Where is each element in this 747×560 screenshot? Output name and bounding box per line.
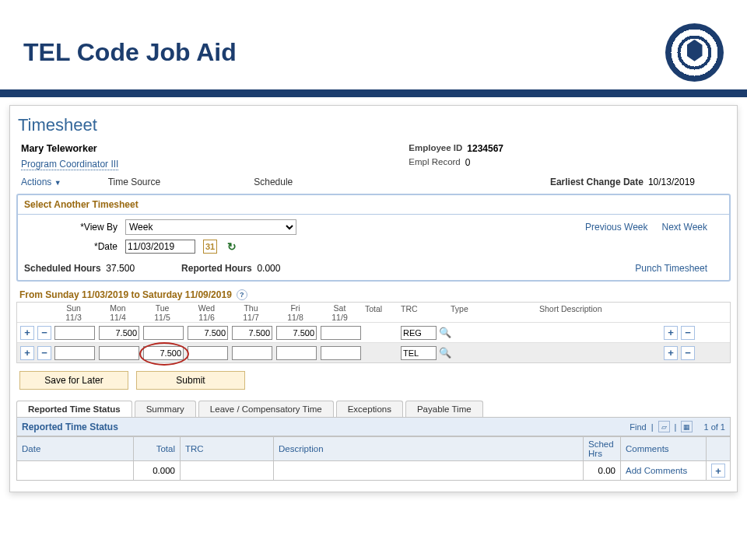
hours-input[interactable] bbox=[99, 326, 139, 340]
tab-reported-time-status[interactable]: Reported Time Status bbox=[16, 401, 132, 417]
employee-id-value: 1234567 bbox=[467, 143, 503, 154]
remove-row-button[interactable]: − bbox=[681, 326, 695, 340]
lookup-icon[interactable]: 🔍 bbox=[439, 327, 451, 338]
scheduled-hours-value: 37.500 bbox=[106, 263, 135, 274]
col-total: Total bbox=[362, 304, 398, 322]
job-title-link[interactable]: Program Coordinator III bbox=[21, 159, 118, 170]
lookup-icon[interactable]: 🔍 bbox=[439, 347, 451, 359]
tab-summary[interactable]: Summary bbox=[135, 401, 196, 417]
reported-hours-label: Reported Hours bbox=[181, 263, 252, 274]
hours-input[interactable] bbox=[321, 346, 361, 360]
slide-title: TEL Code Job Aid bbox=[23, 38, 237, 67]
day-col-sun: Sun bbox=[51, 304, 96, 313]
hours-input[interactable] bbox=[99, 346, 139, 360]
date-range-label: From Sunday 11/03/2019 to Saturday 11/09… bbox=[19, 289, 232, 300]
punch-timesheet-link[interactable]: Punch Timesheet bbox=[635, 263, 723, 274]
help-icon[interactable]: ? bbox=[237, 289, 247, 300]
add-row-button[interactable]: + bbox=[664, 346, 678, 360]
rts-col-sched: Sched Hrs bbox=[584, 437, 621, 461]
remove-row-button[interactable]: − bbox=[37, 326, 51, 340]
page-title: Timesheet bbox=[16, 112, 731, 143]
remove-row-button[interactable]: − bbox=[681, 346, 695, 360]
rts-row: 0.000 0.00 Add Comments + bbox=[17, 461, 731, 481]
find-link[interactable]: Find bbox=[630, 422, 646, 432]
remove-row-button[interactable]: − bbox=[37, 346, 51, 360]
hours-input[interactable] bbox=[54, 326, 95, 340]
day-col-fri: Fri bbox=[273, 304, 317, 313]
trc-input[interactable] bbox=[401, 346, 437, 360]
select-another-title: Select Another Timesheet bbox=[18, 195, 729, 215]
viewby-select[interactable]: Week bbox=[125, 219, 296, 235]
hours-input[interactable] bbox=[188, 346, 228, 360]
add-comments-link[interactable]: Add Comments bbox=[626, 466, 687, 475]
row-count: 1 of 1 bbox=[697, 422, 725, 432]
day-col-wed: Wed bbox=[184, 304, 229, 313]
employee-name: Mary Teleworker bbox=[21, 143, 409, 159]
date-input[interactable] bbox=[125, 240, 195, 254]
rts-col-date: Date bbox=[17, 437, 134, 461]
day-col-thu: Thu bbox=[229, 304, 273, 313]
time-source-label: Time Source bbox=[108, 177, 161, 187]
reported-time-status-header: Reported Time Status Find | ▱ | ▦ 1 of 1 bbox=[16, 417, 731, 436]
col-desc: Short Description bbox=[536, 304, 661, 322]
save-for-later-button[interactable]: Save for Later bbox=[19, 371, 128, 390]
select-another-timesheet-box: Select Another Timesheet *View By Week P… bbox=[16, 194, 731, 282]
hours-input[interactable] bbox=[232, 346, 272, 360]
rts-col-total: Total bbox=[134, 437, 181, 461]
slide-divider bbox=[0, 89, 747, 97]
grid-view-icon[interactable]: ▦ bbox=[681, 421, 693, 432]
chevron-down-icon: ▼ bbox=[54, 179, 61, 187]
reported-hours-value: 0.000 bbox=[257, 263, 280, 274]
refresh-icon[interactable]: ↻ bbox=[225, 240, 239, 254]
earliest-change-value: 10/13/2019 bbox=[648, 177, 695, 187]
add-row-button[interactable]: + bbox=[664, 326, 678, 340]
rts-col-comments: Comments bbox=[621, 437, 707, 461]
add-row-button[interactable]: + bbox=[20, 346, 34, 360]
reported-time-status-title: Reported Time Status bbox=[22, 422, 118, 432]
col-trc: TRC bbox=[398, 304, 447, 322]
hours-input[interactable] bbox=[143, 346, 184, 360]
add-row-button[interactable]: + bbox=[711, 464, 725, 478]
timesheet-grid: Sun11/3 Mon11/4 Tue11/5 Wed11/6 Thu11/7 … bbox=[16, 302, 731, 363]
date-label: *Date bbox=[24, 241, 117, 252]
hours-input[interactable] bbox=[54, 346, 95, 360]
empl-record-label: Empl Record bbox=[409, 157, 460, 168]
grid-row: + − 🔍 + − bbox=[17, 322, 730, 342]
hours-input[interactable] bbox=[188, 326, 228, 340]
grid-row: + − 🔍 + − bbox=[17, 342, 730, 362]
highlight-circle-icon bbox=[143, 345, 184, 359]
earliest-change-label: Earliest Change Date bbox=[550, 177, 644, 187]
scheduled-hours-label: Scheduled Hours bbox=[24, 263, 101, 274]
tab-exceptions[interactable]: Exceptions bbox=[336, 401, 403, 417]
state-seal-icon bbox=[665, 23, 724, 82]
calendar-icon[interactable]: 31 bbox=[203, 240, 217, 254]
tab-payable-time[interactable]: Payable Time bbox=[405, 401, 483, 417]
day-col-sat: Sat bbox=[317, 304, 362, 313]
add-row-button[interactable]: + bbox=[20, 326, 34, 340]
trc-input[interactable] bbox=[401, 326, 437, 340]
empl-record-value: 0 bbox=[465, 157, 471, 168]
day-col-tue: Tue bbox=[140, 304, 184, 313]
hours-input[interactable] bbox=[321, 326, 361, 340]
hours-input[interactable] bbox=[143, 326, 184, 340]
previous-week-link[interactable]: Previous Week bbox=[585, 222, 647, 233]
tab-leave-comp-time[interactable]: Leave / Compensatory Time bbox=[198, 401, 334, 417]
hours-input[interactable] bbox=[276, 346, 317, 360]
hours-input[interactable] bbox=[232, 326, 272, 340]
col-type: Type bbox=[447, 304, 536, 322]
submit-button[interactable]: Submit bbox=[136, 371, 245, 390]
timesheet-panel: Timesheet Mary Teleworker Program Coordi… bbox=[9, 105, 738, 492]
day-col-mon: Mon bbox=[96, 304, 140, 313]
actions-menu[interactable]: Actions ▼ bbox=[21, 177, 61, 187]
employee-id-label: Employee ID bbox=[409, 143, 462, 154]
next-week-link[interactable]: Next Week bbox=[662, 222, 707, 233]
rts-col-trc: TRC bbox=[181, 437, 274, 461]
schedule-label: Schedule bbox=[254, 177, 293, 187]
hours-input[interactable] bbox=[276, 326, 317, 340]
slide-title-row: TEL Code Job Aid bbox=[0, 0, 747, 89]
view-all-icon[interactable]: ▱ bbox=[658, 421, 670, 432]
viewby-label: *View By bbox=[24, 222, 117, 233]
reported-time-status-table: Date Total TRC Description Sched Hrs Com… bbox=[16, 436, 731, 481]
status-tabbar: Reported Time Status Summary Leave / Com… bbox=[16, 399, 731, 417]
rts-col-description: Description bbox=[274, 437, 584, 461]
